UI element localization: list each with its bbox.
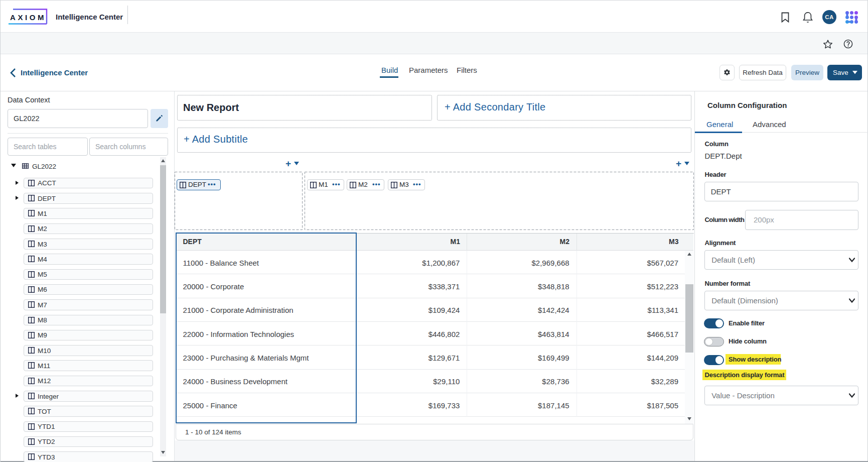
svg-text:AXIOM: AXIOM bbox=[10, 13, 46, 22]
